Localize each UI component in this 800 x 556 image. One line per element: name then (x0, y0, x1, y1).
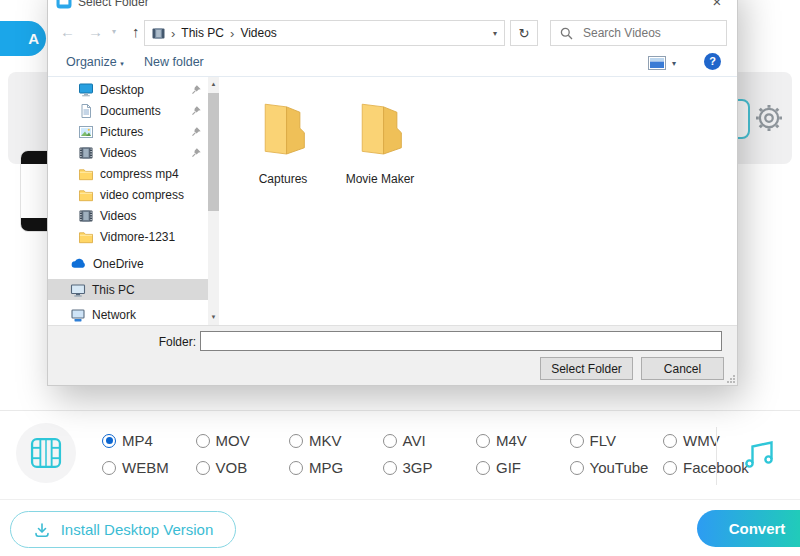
view-options-caret-icon[interactable]: ▾ (672, 59, 676, 68)
radio-icon (476, 461, 490, 475)
resize-grip[interactable] (725, 373, 736, 384)
folder-movie-maker[interactable]: Movie Maker (332, 97, 428, 186)
format-radio-facebook[interactable]: Facebook (657, 454, 751, 481)
sidebar-item-videos-2[interactable]: Videos (48, 205, 208, 226)
folder-icon (78, 229, 94, 245)
computer-icon (70, 282, 86, 298)
select-folder-button[interactable]: Select Folder (540, 357, 633, 380)
search-input[interactable] (581, 25, 717, 41)
folder-name-input[interactable] (200, 331, 722, 351)
refresh-button[interactable]: ↻ (510, 20, 538, 46)
sidebar-item-vidmore-1231[interactable]: Vidmore-1231 (48, 226, 208, 247)
radio-selected-icon (102, 434, 116, 448)
history-chevron-icon[interactable]: ▾ (112, 21, 116, 43)
format-radio-mpg[interactable]: MPG (283, 454, 377, 481)
output-format-list: MP4 MOV MKV AVI M4V FLV (96, 427, 751, 481)
organize-menu[interactable]: Organize ▾ (66, 55, 124, 69)
format-radio-3gp[interactable]: 3GP (377, 454, 471, 481)
search-box[interactable] (550, 20, 727, 46)
install-desktop-version-button[interactable]: Install Desktop Version (10, 511, 236, 548)
address-dropdown-icon[interactable]: ▾ (493, 29, 497, 38)
onedrive-cloud-icon (70, 255, 87, 272)
format-label: FLV (590, 432, 616, 449)
dialog-titlebar[interactable]: Select Folder × (48, 0, 737, 12)
folder-field-label: Folder: (148, 335, 196, 349)
sidebar-item-compress-mp4[interactable]: compress mp4 (48, 163, 208, 184)
format-radio-wmv[interactable]: WMV (657, 427, 751, 454)
sidebar-item-network[interactable]: Network (48, 304, 208, 325)
dialog-folder-icon (56, 0, 72, 9)
sidebar-scrollbar[interactable]: ▲ ▼ (208, 77, 219, 325)
scroll-down-icon[interactable]: ▼ (208, 310, 219, 325)
back-icon[interactable]: ← (60, 21, 75, 43)
format-label: GIF (496, 459, 521, 476)
help-button[interactable]: ? (704, 53, 721, 70)
convert-button[interactable]: Convert (697, 510, 800, 547)
up-icon[interactable]: ↑ (132, 21, 140, 43)
breadcrumb-this-pc[interactable]: This PC (181, 26, 224, 40)
new-folder-button[interactable]: New folder (144, 55, 204, 69)
folder-captures[interactable]: Captures (235, 97, 331, 186)
format-radio-mov[interactable]: MOV (190, 427, 284, 454)
format-radio-mp4[interactable]: MP4 (96, 427, 190, 454)
view-options-icon[interactable] (648, 56, 666, 70)
radio-icon (570, 461, 584, 475)
format-label: M4V (496, 432, 527, 449)
sidebar-item-label: Videos (100, 146, 136, 160)
format-label: WMV (683, 432, 720, 449)
picture-icon (78, 124, 94, 140)
help-icon: ? (709, 55, 716, 67)
pin-icon (191, 105, 202, 116)
format-radio-vob[interactable]: VOB (190, 454, 284, 481)
add-files-label: A (28, 30, 39, 47)
folder-label: Captures (235, 172, 331, 186)
format-label: AVI (403, 432, 426, 449)
format-radio-avi[interactable]: AVI (377, 427, 471, 454)
sidebar-item-videos[interactable]: Videos (48, 142, 208, 163)
sidebar-item-label: This PC (92, 283, 135, 297)
command-toolbar: Organize ▾ New folder ▾ ? (48, 50, 737, 77)
format-label: VOB (216, 459, 248, 476)
radio-icon (289, 461, 303, 475)
dialog-footer: Folder: Select Folder Cancel (48, 325, 737, 385)
audio-note-icon[interactable] (742, 436, 778, 472)
breadcrumb-videos[interactable]: Videos (240, 26, 276, 40)
scrollbar-thumb[interactable] (208, 93, 219, 211)
add-files-button[interactable]: A (0, 21, 46, 56)
format-radio-m4v[interactable]: M4V (470, 427, 564, 454)
sidebar-item-label: Videos (100, 209, 136, 223)
scroll-up-icon[interactable]: ▲ (208, 77, 219, 92)
sidebar-item-video-compress[interactable]: video compress (48, 184, 208, 205)
format-radio-mkv[interactable]: MKV (283, 427, 377, 454)
sidebar-item-label: Network (92, 308, 136, 322)
desktop-icon (78, 82, 94, 98)
video-icon (78, 145, 94, 161)
cancel-button[interactable]: Cancel (641, 357, 724, 380)
dialog-body: Desktop Documents (48, 77, 737, 325)
sidebar-item-this-pc[interactable]: This PC (48, 279, 208, 300)
video-category-badge (16, 423, 76, 483)
radio-icon (196, 434, 210, 448)
sidebar-item-onedrive[interactable]: OneDrive (48, 253, 208, 274)
select-folder-dialog: Select Folder × ← → ▾ ↑ › This PC › Vide… (48, 0, 737, 385)
folder-label: Movie Maker (332, 172, 428, 186)
sidebar-item-label: Vidmore-1231 (100, 230, 175, 244)
format-radio-webm[interactable]: WEBM (96, 454, 190, 481)
close-icon[interactable]: × (704, 0, 730, 12)
format-radio-gif[interactable]: GIF (470, 454, 564, 481)
breadcrumb[interactable]: › This PC › Videos ▾ (144, 20, 505, 46)
format-radio-flv[interactable]: FLV (564, 427, 658, 454)
format-radio-youtube[interactable]: YouTube (564, 454, 658, 481)
forward-icon[interactable]: → (88, 21, 103, 43)
video-icon (78, 208, 94, 224)
new-folder-label: New folder (144, 55, 204, 69)
radio-icon (102, 461, 116, 475)
sidebar-item-documents[interactable]: Documents (48, 100, 208, 121)
download-icon (33, 521, 51, 539)
sidebar-item-pictures[interactable]: Pictures (48, 121, 208, 142)
divider (0, 499, 800, 500)
sidebar-item-desktop[interactable]: Desktop (48, 79, 208, 100)
settings-gear-icon[interactable] (754, 103, 784, 133)
app-window: A (0, 0, 800, 556)
search-icon (560, 27, 573, 40)
